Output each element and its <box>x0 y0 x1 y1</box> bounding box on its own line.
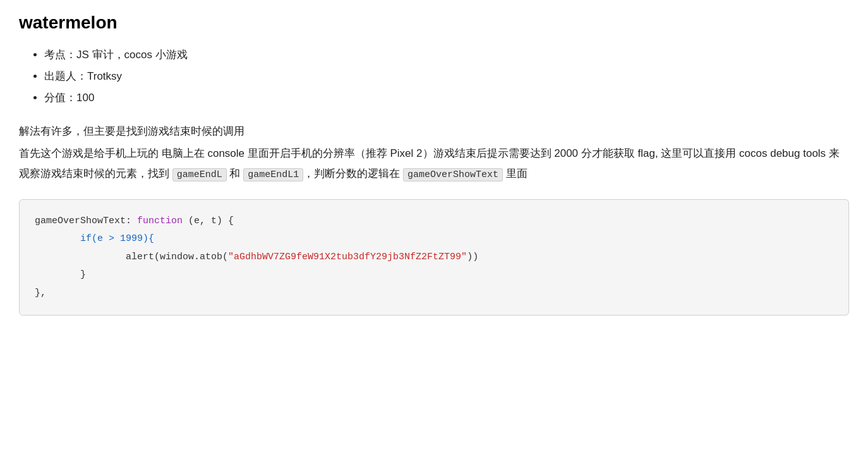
desc-text-end: 里面 <box>503 168 527 180</box>
code-line-1: gameOverShowText: function (e, t) { <box>35 212 833 231</box>
inline-code-3: gameOverShowText <box>403 168 503 181</box>
meta-list: 考点：JS 审计，cocos 小游戏 出题人：Trotksy 分值：100 <box>19 44 849 109</box>
code-fn-params: (e, t) { <box>183 216 234 226</box>
inline-code-1: gameEndL <box>172 168 227 181</box>
code-string-value: "aGdhbWV7ZG9feW91X2tub3dfY29jb3NfZ2FtZT9… <box>228 252 467 262</box>
code-line-5: }, <box>35 285 833 303</box>
code-close-brace-1: } <box>35 269 86 280</box>
meta-item-1: 出题人：Trotksy <box>44 66 849 87</box>
description-line1: 解法有许多，但主要是找到游戏结束时候的调用 <box>19 121 849 141</box>
code-if-statement: if(e > 1999){ <box>35 233 154 244</box>
meta-item-0: 考点：JS 审计，cocos 小游戏 <box>44 44 849 66</box>
code-close-brace-2: }, <box>35 288 46 298</box>
desc-text-mid2: ，判断分数的逻辑在 <box>303 168 403 180</box>
code-fn-name: gameOverShowText: <box>35 216 137 226</box>
inline-code-2: gameEndL1 <box>243 168 303 181</box>
meta-item-2: 分值：100 <box>44 87 849 109</box>
code-keyword-function: function <box>137 216 183 226</box>
code-line-2: if(e > 1999){ <box>35 230 833 248</box>
desc-text-mid1: 和 <box>227 168 243 180</box>
code-alert-close: )) <box>467 252 478 262</box>
page-title: watermelon <box>19 13 849 33</box>
code-line-3: alert(window.atob("aGdhbWV7ZG9feW91X2tub… <box>35 248 833 267</box>
description-block: 解法有许多，但主要是找到游戏结束时候的调用 首先这个游戏是给手机上玩的 电脑上在… <box>19 121 849 184</box>
code-block: gameOverShowText: function (e, t) { if(e… <box>19 199 849 316</box>
description-line2: 首先这个游戏是给手机上玩的 电脑上在 console 里面开启手机的分辨率（推荐… <box>19 144 849 183</box>
code-line-4: } <box>35 266 833 285</box>
code-alert-call: alert(window.atob( <box>35 252 228 262</box>
